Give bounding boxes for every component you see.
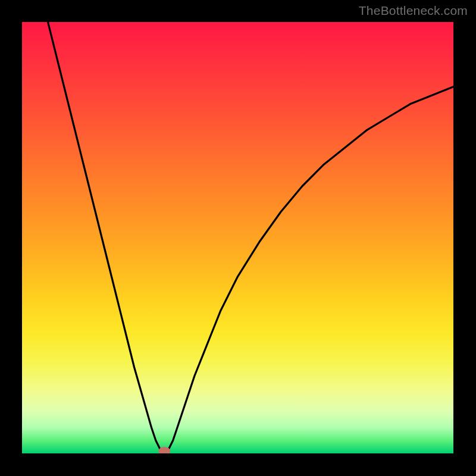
bottleneck-curve-svg <box>22 22 453 453</box>
chart-frame: TheBottleneck.com <box>0 0 476 476</box>
plot-area <box>22 22 453 453</box>
watermark-text: TheBottleneck.com <box>359 4 468 18</box>
bottleneck-curve <box>48 22 454 453</box>
